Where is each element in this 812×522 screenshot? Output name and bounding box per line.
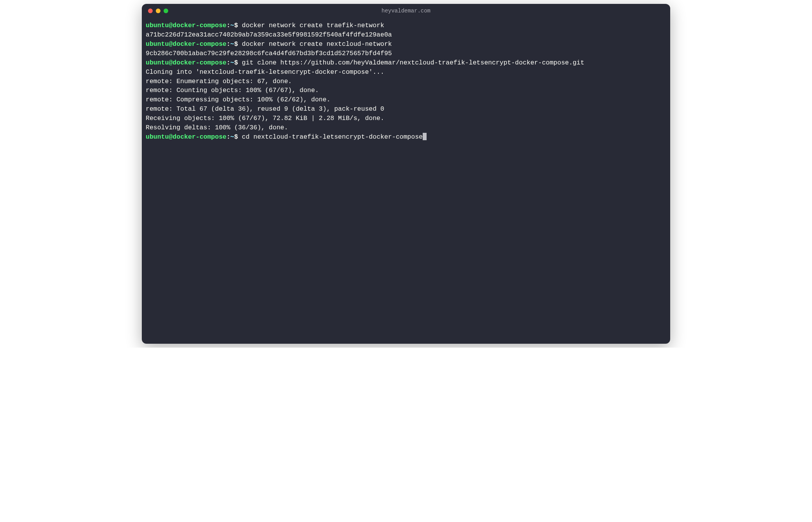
- prompt-host: docker-compose: [173, 133, 227, 141]
- maximize-button[interactable]: [164, 9, 168, 13]
- command-text: docker network create nextcloud-network: [238, 40, 392, 48]
- prompt-colon: :: [227, 22, 230, 29]
- terminal-output: a71bc226d712ea31acc7402b9ab7a359ca33e5f9…: [146, 30, 666, 40]
- prompt-dollar: $: [234, 40, 238, 48]
- terminal-output: remote: Total 67 (delta 36), reused 9 (d…: [146, 104, 666, 114]
- terminal-output: remote: Counting objects: 100% (67/67), …: [146, 86, 666, 95]
- prompt-at: @: [169, 22, 173, 29]
- prompt-colon: :: [227, 59, 230, 66]
- prompt-path: ~: [230, 40, 234, 48]
- terminal-output: 9cb286c700b1abac79c29fe28298c6fca4d4fd67…: [146, 49, 666, 58]
- traffic-lights: [148, 9, 168, 13]
- prompt-host: docker-compose: [173, 22, 227, 29]
- prompt-colon: :: [227, 40, 230, 48]
- prompt-host: docker-compose: [173, 59, 227, 66]
- terminal-line: ubuntu@docker-compose:~$ docker network …: [146, 40, 666, 49]
- prompt-dollar: $: [234, 59, 238, 66]
- prompt-host: docker-compose: [173, 40, 227, 48]
- prompt-user: ubuntu: [146, 133, 169, 141]
- terminal-line: ubuntu@docker-compose:~$ cd nextcloud-tr…: [146, 132, 666, 142]
- command-text: cd nextcloud-traefik-letsencrypt-docker-…: [238, 133, 423, 141]
- prompt-user: ubuntu: [146, 59, 169, 66]
- command-text: git clone https://github.com/heyValdemar…: [238, 59, 584, 66]
- prompt-colon: :: [227, 133, 230, 141]
- cursor: [423, 133, 427, 140]
- prompt-dollar: $: [234, 22, 238, 29]
- prompt-path: ~: [230, 133, 234, 141]
- terminal-window: heyvaldemar.com ubuntu@docker-compose:~$…: [142, 4, 670, 344]
- terminal-output: remote: Compressing objects: 100% (62/62…: [146, 95, 666, 104]
- terminal-output: remote: Enumerating objects: 67, done.: [146, 77, 666, 86]
- close-button[interactable]: [148, 9, 153, 13]
- prompt-path: ~: [230, 59, 234, 66]
- prompt-at: @: [169, 40, 173, 48]
- terminal-output: Cloning into 'nextcloud-traefik-letsencr…: [146, 68, 666, 77]
- terminal-output: Resolving deltas: 100% (36/36), done.: [146, 123, 666, 132]
- prompt-at: @: [169, 59, 173, 66]
- terminal-line: ubuntu@docker-compose:~$ git clone https…: [146, 58, 666, 68]
- command-text: docker network create traefik-network: [238, 22, 384, 29]
- prompt-dollar: $: [234, 133, 238, 141]
- minimize-button[interactable]: [156, 9, 160, 13]
- prompt-path: ~: [230, 22, 234, 29]
- title-bar: heyvaldemar.com: [142, 4, 670, 18]
- prompt-at: @: [169, 133, 173, 141]
- prompt-user: ubuntu: [146, 22, 169, 29]
- terminal-body[interactable]: ubuntu@docker-compose:~$ docker network …: [142, 18, 670, 344]
- prompt-user: ubuntu: [146, 40, 169, 48]
- terminal-line: ubuntu@docker-compose:~$ docker network …: [146, 21, 666, 30]
- terminal-output: Receiving objects: 100% (67/67), 72.82 K…: [146, 114, 666, 123]
- window-title: heyvaldemar.com: [382, 8, 430, 14]
